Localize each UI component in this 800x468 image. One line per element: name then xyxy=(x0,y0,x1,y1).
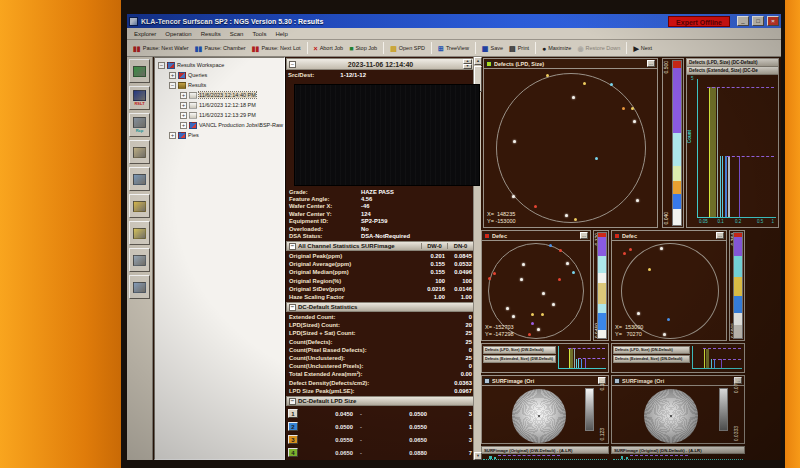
monitor-icon xyxy=(133,282,146,293)
colorbar-segment xyxy=(734,296,742,313)
side-button-label: Rcp xyxy=(136,128,144,133)
menu-help[interactable]: Help xyxy=(271,30,291,38)
toolbar-pause-chamber[interactable]: ▮▮Pause: Chamber xyxy=(192,42,249,55)
options-button[interactable]: ... xyxy=(647,60,655,67)
surfimage-left[interactable]: SURFimage (Ori ... 0.188 0.123 xyxy=(481,375,609,444)
table-row: Count(Pixel Based Defects):0 xyxy=(289,346,472,354)
axis-tick-label: 0.1 xyxy=(718,219,724,224)
defect-dot xyxy=(572,271,575,274)
scroll-up-button[interactable]: ▲ xyxy=(474,57,482,65)
menu-results[interactable]: Results xyxy=(197,30,225,38)
hist-bar xyxy=(581,359,582,368)
colorbar-segment xyxy=(598,330,606,338)
menu-operation[interactable]: Operation xyxy=(161,30,195,38)
stat-label: LPD(Sized) Count: xyxy=(289,322,466,328)
tree-item-results[interactable]: −Results xyxy=(155,80,284,90)
collapse-icon[interactable]: − xyxy=(289,398,296,405)
mini-histogram-left[interactable]: Defects (LPD, Size) (DW-Default) Defects… xyxy=(481,343,609,373)
bin-color-chip[interactable]: 4 xyxy=(288,448,298,457)
wafer-map-top[interactable]: Defects (LPD, Size) ... X= 148235Y= -153… xyxy=(483,58,658,228)
hist-bar xyxy=(570,348,573,368)
doc-icon xyxy=(189,112,197,119)
bin-color-chip[interactable]: 1 xyxy=(288,409,298,418)
scroll-down-button[interactable]: ▼ xyxy=(474,452,482,460)
wafer-handler-icon xyxy=(133,147,146,158)
bin-color-chip[interactable]: 3 xyxy=(288,435,298,444)
toolbar-next[interactable]: ▶Next xyxy=(630,42,655,55)
restore-button[interactable]: □ xyxy=(752,16,764,26)
menu-explorer[interactable]: Explorer xyxy=(130,30,160,38)
colorbar-segment xyxy=(734,313,742,326)
minimize-button[interactable]: _ xyxy=(737,16,749,26)
cursor-coordinates: X= 153000Y= 70270 xyxy=(615,324,643,338)
tree-item-11-6-2023-12-12-18-pm[interactable]: +11/6/2023 12:12:18 PM xyxy=(155,100,284,110)
tree-item-vancl-production-jobs-bsp-raw[interactable]: +VANCL Production Jobs\BSP-Raw xyxy=(155,120,284,130)
close-button[interactable]: × xyxy=(767,16,779,26)
analysis-panel: Defects (LPD, Size) ... X= 148235Y= -153… xyxy=(481,57,781,460)
side-button-system-config[interactable] xyxy=(129,248,150,272)
tree-expander-icon[interactable]: + xyxy=(169,72,176,79)
threshold-line xyxy=(707,87,774,88)
mini-histogram-right[interactable]: Defects (LPD, Size) (DN-Default) Defects… xyxy=(611,343,745,373)
side-button-database[interactable] xyxy=(129,221,150,245)
size-histogram-top[interactable]: Defects (LPD, Size) (DC-Default) Defects… xyxy=(686,58,779,228)
side-button-scan-setup[interactable] xyxy=(129,167,150,191)
toolbar-label: Restore Down xyxy=(586,45,621,51)
tree-item-pies[interactable]: +Pies xyxy=(155,130,284,140)
wafer-outline xyxy=(496,73,646,223)
side-button-monitor[interactable] xyxy=(129,275,150,299)
collapse-icon[interactable]: − xyxy=(289,304,296,311)
options-button[interactable]: ... xyxy=(716,232,724,239)
stat-label: Haze Scaling Factor xyxy=(289,294,418,300)
side-button-start-scan[interactable] xyxy=(129,59,150,83)
tree-item-11-6-2023-12-14-40-pm[interactable]: +11/6/2023 12:14:40 PM xyxy=(155,90,284,100)
toolbar-pause-next-lot[interactable]: ▮▮Pause: Next Lot xyxy=(249,42,304,55)
surfimage-right[interactable]: SURFimage (Ori ... 0.0795 0.0333 xyxy=(611,375,745,444)
bin-color-chip[interactable]: 2 xyxy=(288,422,298,431)
menu-scan[interactable]: Scan xyxy=(226,30,248,38)
tree-expander-icon[interactable]: − xyxy=(169,82,176,89)
wafer-map-right[interactable]: Defec ... X= 153000Y= 70270 xyxy=(611,230,727,341)
stat-label: Extended Count: xyxy=(289,314,469,320)
axis-tick-label: 0.2 xyxy=(735,219,741,224)
bin-dash: - xyxy=(356,424,366,430)
tree-expander-icon[interactable]: + xyxy=(180,102,187,109)
toolbar-save[interactable]: ▦Save xyxy=(479,42,506,55)
spinner-down-icon[interactable]: ▼ xyxy=(463,64,472,69)
tree-expander-icon[interactable]: + xyxy=(180,122,187,129)
bin-dash: - xyxy=(356,411,366,417)
tree-item-results-workspace[interactable]: −Results Workspace xyxy=(155,60,284,70)
stat-label: Count(Pixel Based Defects): xyxy=(289,347,469,353)
tree-item-11-6-2023-12-13-29-pm[interactable]: +11/6/2023 12:13:29 PM xyxy=(155,110,284,120)
wafer-map-right-plot[interactable]: X= 153000Y= 70270 xyxy=(612,241,726,340)
toolbar-open-spd[interactable]: ▤Open SPD xyxy=(387,42,428,55)
tree-expander-icon[interactable]: + xyxy=(169,132,176,139)
hist-bar xyxy=(722,156,723,217)
toolbar-maximize[interactable]: ●Maximize xyxy=(539,42,574,55)
side-button-jobs-folder[interactable] xyxy=(129,194,150,218)
menu-tools[interactable]: Tools xyxy=(248,30,270,38)
wafer-map-left-plot[interactable]: X= -152703Y= -147298 xyxy=(482,241,590,340)
wafer-map-left[interactable]: Defec ... X= -152703Y= -147298 xyxy=(481,230,591,341)
stat-value-dn0: 0.0532 xyxy=(445,261,472,267)
surfimage-thumbnail[interactable] xyxy=(294,84,480,186)
collapse-icon[interactable]: − xyxy=(289,61,296,68)
toolbar-abort-job[interactable]: ×Abort Job xyxy=(311,42,347,55)
record-spinner[interactable]: ▲ ▼ xyxy=(463,59,472,69)
tree-item-queries[interactable]: +Queries xyxy=(155,70,284,80)
wafer-map-top-plot[interactable]: X= 148235Y= -153000 xyxy=(484,69,657,227)
colorbar-segment xyxy=(598,313,606,330)
hist-bar xyxy=(714,359,715,368)
tree-expander-icon[interactable]: + xyxy=(180,92,187,99)
side-button-wafer-handler[interactable] xyxy=(129,140,150,164)
side-button-recipe[interactable]: Rcp xyxy=(129,113,150,137)
toolbar-pause-next-wafer[interactable]: ▮▮Pause: Next Wafer xyxy=(130,42,192,55)
toolbar-treeview[interactable]: ⊞TreeView xyxy=(435,42,472,55)
collapse-icon[interactable]: − xyxy=(289,243,296,250)
toolbar-stop-job[interactable]: ■Stop Job xyxy=(346,42,380,55)
tree-expander-icon[interactable]: + xyxy=(180,112,187,119)
options-button[interactable]: ... xyxy=(580,232,588,239)
toolbar-print[interactable]: ▤Print xyxy=(506,42,532,55)
side-button-results[interactable]: RSLT xyxy=(129,86,150,110)
tree-expander-icon[interactable]: − xyxy=(158,62,165,69)
